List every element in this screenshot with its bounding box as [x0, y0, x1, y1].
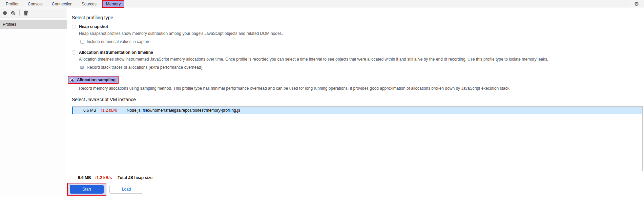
tab-profiler[interactable]: Profiler: [2, 0, 22, 8]
allocation-sampling-annotation-box: Allocation sampling: [68, 76, 119, 84]
radio-icon[interactable]: [72, 50, 76, 55]
checkbox-label: Record stack traces of allocations (extr…: [87, 65, 203, 70]
radio-label: Heap snapshot: [79, 24, 108, 29]
profiles-toolbar: [0, 8, 67, 18]
record-icon[interactable]: [3, 11, 7, 15]
tab-sources[interactable]: Sources: [78, 0, 100, 8]
radio-icon[interactable]: [72, 25, 76, 29]
tab-console[interactable]: Console: [24, 0, 46, 8]
launcher-actions: Start Load: [67, 183, 644, 196]
sidebar-item-profiles[interactable]: Profiles: [0, 20, 67, 29]
radio-allocation-timeline[interactable]: Allocation instrumentation on timeline: [72, 50, 644, 55]
tabbar-separator: [630, 1, 630, 6]
radio-heap-snapshot[interactable]: Heap snapshot: [72, 24, 644, 29]
total-heap-size-value: 6.6 MB: [78, 175, 91, 180]
checkbox-icon[interactable]: [80, 66, 84, 69]
tabbar-right-controls: ⚙: [630, 0, 644, 8]
total-heap-rate-value: ↑1.2 kB/s: [95, 175, 112, 180]
radio-label: Allocation instrumentation on timeline: [79, 50, 153, 55]
heap-snapshot-description: Heap snapshot profiles show memory distr…: [79, 31, 644, 36]
profile-launcher: Select profiling type Heap snapshot Heap…: [67, 8, 644, 197]
load-button[interactable]: Load: [109, 185, 143, 194]
devtools-tabbar: Profiler Console Connection Sources Memo…: [0, 0, 644, 8]
checkbox-include-numerical-values[interactable]: Include numerical values in capture: [80, 39, 644, 44]
allocation-sampling-description: Record memory allocations using sampling…: [79, 86, 644, 91]
vm-allocation-rate: ↑1.2 kB/s: [100, 108, 125, 113]
vm-instance-name: Node.js: file:///home/rafaelgss/repos/os…: [127, 108, 240, 113]
gear-icon[interactable]: ⚙: [634, 1, 639, 7]
vm-instance-list: 6.6 MB ↑1.2 kB/s Node.js: file:///home/r…: [72, 106, 643, 171]
total-heap-size-label: Total JS heap size: [118, 175, 152, 180]
tab-memory[interactable]: Memory: [102, 0, 124, 8]
checkbox-label: Include numerical values in capture: [87, 39, 150, 44]
profiling-type-heading: Select profiling type: [72, 15, 644, 20]
memory-panel: Profiles Select profiling type Heap snap…: [0, 8, 644, 197]
profiles-sidebar: Profiles: [0, 8, 67, 197]
delete-profile-icon[interactable]: [24, 10, 28, 16]
checkbox-record-stack-traces[interactable]: Record stack traces of allocations (extr…: [80, 65, 644, 70]
radio-allocation-sampling[interactable]: Allocation sampling: [70, 78, 116, 82]
checkbox-icon[interactable]: [80, 40, 84, 44]
vm-instance-row[interactable]: 6.6 MB ↑1.2 kB/s Node.js: file:///home/r…: [72, 107, 642, 114]
vm-heap-size: 6.6 MB: [73, 108, 96, 113]
radio-checked-icon[interactable]: [70, 78, 74, 82]
start-annotation-box: Start: [67, 183, 106, 196]
radio-label: Allocation sampling: [77, 78, 116, 82]
heap-total-stats: 6.6 MB ↑1.2 kB/s Total JS heap size: [78, 175, 644, 180]
tab-connection[interactable]: Connection: [48, 0, 76, 8]
allocation-timeline-description: Allocation timelines show instrumented J…: [79, 57, 644, 62]
clear-icon[interactable]: [11, 11, 15, 15]
vm-instance-heading: Select JavaScript VM instance: [72, 97, 644, 102]
toolbar-separator: [19, 10, 20, 16]
start-button[interactable]: Start: [70, 185, 104, 194]
